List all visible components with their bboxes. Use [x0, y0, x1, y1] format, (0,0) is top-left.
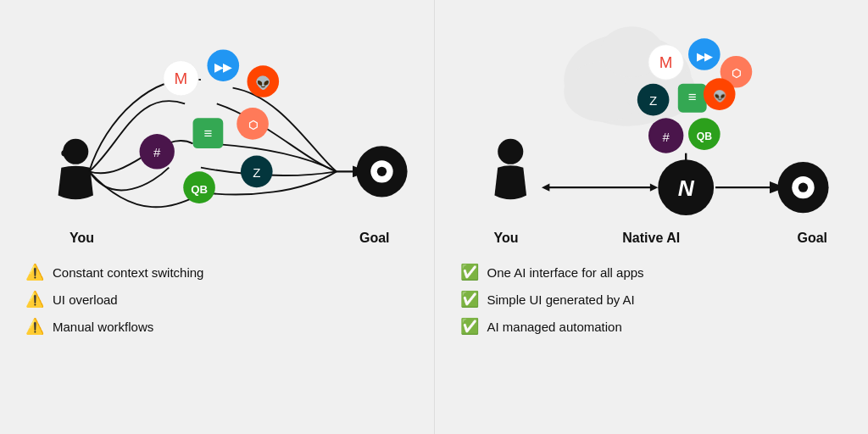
bullet-text-1: Constant context switching: [53, 265, 203, 280]
svg-text:Z: Z: [253, 165, 260, 180]
check-icon-2: ✅: [460, 290, 479, 309]
bullet-text-2: UI overload: [53, 292, 118, 307]
left-you-label: You: [70, 231, 94, 246]
check-icon-3: ✅: [460, 317, 479, 336]
bullet-text-2: Simple UI generated by AI: [487, 292, 635, 307]
svg-text:N: N: [677, 175, 694, 201]
bullet-item: ⚠️ Manual workflows: [25, 317, 409, 336]
chaos-lines: M ▶▶ 👽 ⬡ ≡ # QB Z: [25, 17, 409, 254]
left-diagram: M ▶▶ 👽 ⬡ ≡ # QB Z: [25, 17, 409, 254]
svg-text:▶▶: ▶▶: [696, 51, 712, 63]
svg-marker-50: [649, 183, 657, 191]
left-bullets: ⚠️ Constant context switching ⚠️ UI over…: [25, 263, 409, 344]
right-goal-label: Goal: [797, 231, 827, 246]
svg-point-58: [798, 182, 807, 192]
bullet-text-1: One AI interface for all apps: [487, 265, 644, 280]
svg-point-48: [498, 139, 523, 164]
right-nativeai-label: Native AI: [622, 231, 680, 246]
bullet-item: ✅ One AI interface for all apps: [460, 263, 843, 281]
svg-point-1: [61, 150, 68, 157]
bullet-text-3: Manual workflows: [53, 320, 153, 334]
right-you-label: You: [494, 231, 519, 246]
left-panel: M ▶▶ 👽 ⬡ ≡ # QB Z: [0, 0, 435, 434]
left-goal-label: Goal: [359, 231, 390, 246]
check-icon-1: ✅: [460, 263, 479, 281]
svg-text:⬡: ⬡: [248, 119, 258, 131]
bullet-item: ✅ AI managed automation: [460, 317, 843, 336]
svg-marker-51: [541, 183, 548, 191]
warning-icon-1: ⚠️: [25, 263, 44, 281]
right-diagram: M ▶▶ ⬡ Z ≡ 👽 # QB: [460, 17, 843, 254]
bullet-item: ⚠️ UI overload: [25, 290, 409, 309]
svg-text:M: M: [175, 70, 188, 87]
svg-text:M: M: [659, 53, 672, 71]
right-bullets: ✅ One AI interface for all apps ✅ Simple…: [460, 263, 843, 344]
warning-icon-3: ⚠️: [25, 317, 44, 336]
bullet-item: ✅ Simple UI generated by AI: [460, 290, 843, 309]
warning-icon-2: ⚠️: [25, 290, 44, 309]
svg-text:⬡: ⬡: [731, 67, 740, 80]
right-diagram-svg: M ▶▶ ⬡ Z ≡ 👽 # QB: [460, 17, 843, 254]
svg-text:QB: QB: [191, 183, 208, 196]
svg-text:Z: Z: [649, 93, 657, 108]
svg-text:▶▶: ▶▶: [214, 61, 232, 74]
svg-text:👽: 👽: [712, 89, 726, 103]
svg-text:≡: ≡: [687, 89, 696, 105]
bullet-item: ⚠️ Constant context switching: [25, 263, 409, 281]
svg-text:QB: QB: [696, 131, 712, 142]
svg-text:#: #: [662, 130, 670, 144]
svg-text:👽: 👽: [255, 75, 271, 91]
bullet-text-3: AI managed automation: [487, 320, 622, 334]
svg-text:#: #: [153, 145, 161, 159]
svg-text:≡: ≡: [203, 125, 212, 142]
svg-point-21: [377, 167, 387, 176]
right-panel: M ▶▶ ⬡ Z ≡ 👽 # QB: [435, 0, 869, 434]
